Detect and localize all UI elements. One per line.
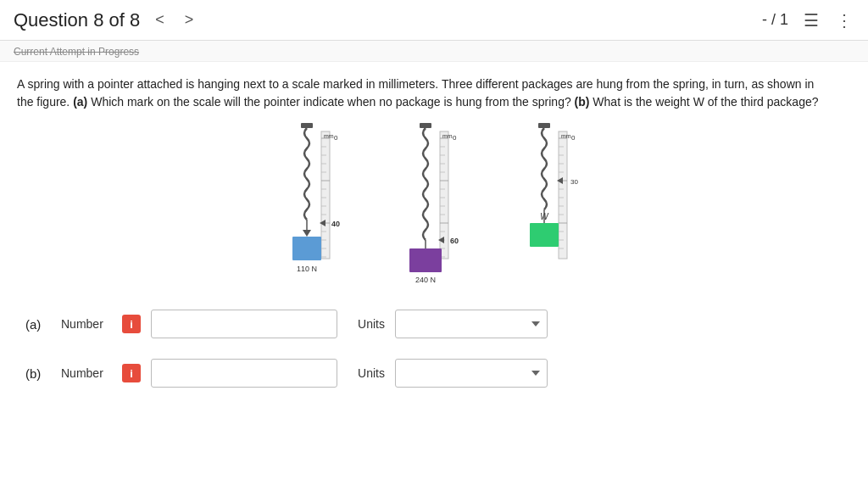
info-button-a[interactable]: i [122,315,141,333]
question-text-part2: Which mark on the scale will the pointer… [87,95,574,109]
more-icon-button[interactable]: ⋮ [834,8,854,32]
svg-rect-52 [559,131,567,259]
answer-label-a: (a) [25,317,51,332]
info-button-b[interactable]: i [122,364,141,382]
svg-rect-71 [530,223,559,247]
number-input-a[interactable] [151,310,337,338]
answer-number-label-a: Number [61,317,112,331]
svg-text:0: 0 [334,134,338,142]
prev-button[interactable]: < [150,9,170,31]
svg-text:0: 0 [571,134,576,142]
svg-text:60: 60 [450,237,459,245]
diagram-1: mm 0 40 [277,123,353,293]
header-right: - / 1 ☰ ⋮ [762,8,854,32]
units-select-a[interactable]: mm N cm m [395,310,548,338]
svg-rect-0 [301,123,313,128]
units-select-b[interactable]: N mm cm m [395,359,548,388]
question-bold-b: (b) [575,95,590,109]
svg-text:240 N: 240 N [415,276,436,284]
diagrams-container: mm 0 40 [17,123,851,293]
progress-label: Current Attempt in Progress [14,46,139,58]
diagram-1-svg: mm 0 40 [277,123,353,293]
svg-text:30: 30 [570,178,578,186]
question-bold-a: (a) [73,95,87,109]
question-title: Question 8 of 8 [14,9,140,31]
answer-label-b: (b) [25,366,51,381]
answer-row-a: (a) Number i Units mm N cm m [25,310,843,338]
svg-rect-23 [292,237,321,260]
svg-rect-3 [321,131,330,259]
svg-text:W: W [540,212,549,221]
score-display: - / 1 [762,11,788,29]
svg-rect-48 [409,248,442,272]
diagram-3: mm 0 30 W [515,123,591,293]
svg-text:0: 0 [453,134,457,142]
progress-section: Current Attempt in Progress [0,41,868,62]
answer-section: (a) Number i Units mm N cm m (b) Number … [17,310,851,388]
number-input-b[interactable] [151,359,337,388]
answer-number-label-b: Number [61,366,112,380]
header-left: Question 8 of 8 < > [14,9,198,31]
units-label-a: Units [348,317,385,331]
header: Question 8 of 8 < > - / 1 ☰ ⋮ [0,0,868,41]
diagram-3-svg: mm 0 30 W [515,123,591,293]
diagram-2-svg: mm 0 60 [396,123,472,293]
next-button[interactable]: > [180,9,199,31]
svg-marker-2 [303,230,311,237]
svg-rect-25 [420,123,431,128]
svg-rect-50 [538,123,550,128]
list-icon-button[interactable]: ☰ [802,8,821,32]
question-text-part3: What is the weight W of the third packag… [589,95,818,109]
diagram-2: mm 0 60 [396,123,472,293]
svg-text:40: 40 [331,220,340,228]
units-label-b: Units [348,366,385,380]
main-content: A spring with a pointer attached is hang… [0,62,868,416]
svg-text:110 N: 110 N [297,265,317,273]
question-text: A spring with a pointer attached is hang… [17,75,831,111]
answer-row-b: (b) Number i Units N mm cm m [25,359,843,388]
